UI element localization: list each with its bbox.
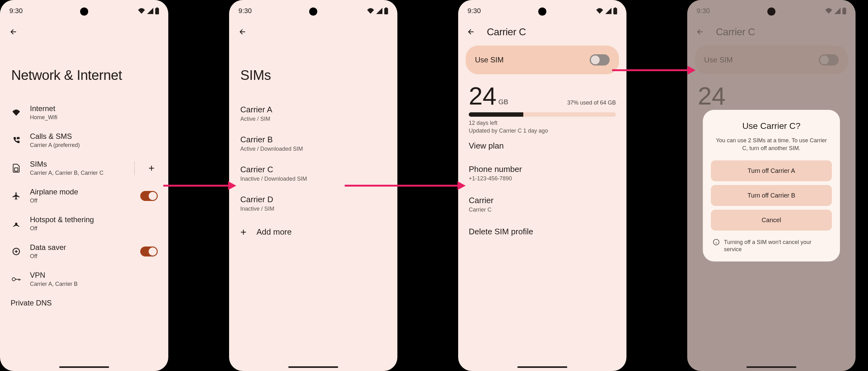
row-vpn[interactable]: VPN Carrier A, Carrier B [0,265,168,293]
flow-arrow-1 [163,185,229,187]
nav-bar[interactable] [288,366,338,368]
data-unit: GB [498,98,508,106]
add-more-sim[interactable]: Add more [229,219,397,246]
use-sim-pill: Use SIM [466,46,619,74]
detail-label: Carrier [469,196,616,205]
screen-network-internet: 9:30 Network & Internet Internet Home_Wi… [0,0,168,371]
row-airplane[interactable]: Airplane mode Off [0,182,168,210]
divider [134,161,135,175]
svg-rect-2 [14,168,18,171]
data-used-text: 37% used of 64 GB [567,100,616,106]
row-sub: Carrier A (preferred) [30,142,158,148]
row-label: Calls & SMS [30,132,158,141]
hotspot-icon [12,219,21,228]
row-data-saver[interactable]: Data saver Off [0,237,168,265]
battery-icon [613,7,617,15]
status-time: 9:30 [239,7,252,15]
info-icon [713,239,720,246]
svg-rect-0 [155,8,159,15]
signal-icon [147,8,153,14]
row-view-plan[interactable]: View plan [458,134,626,158]
data-saver-toggle[interactable] [140,247,158,256]
status-time: 9:30 [467,7,481,15]
sim-status: Inactive / SIM [240,206,386,212]
camera-punch [309,7,317,16]
cancel-button[interactable]: Cancel [711,210,832,231]
row-sub: Off [30,253,132,260]
detail-label: Phone number [469,165,616,174]
airplane-icon [12,192,21,200]
updated-text: Updated by Carrier C 1 day ago [469,127,616,134]
back-arrow-icon [10,28,18,36]
back-button[interactable] [6,24,21,39]
detail-label: Delete SIM profile [469,227,616,236]
flow-arrow-2 [345,185,458,187]
row-label: Internet [30,104,158,113]
turn-off-carrier-a-button[interactable]: Turn off Carrier A [711,161,832,181]
camera-punch [538,7,546,16]
flow-arrow-1-head [228,181,236,190]
back-arrow-icon [239,28,247,36]
phone-msg-icon [12,136,20,144]
row-sims[interactable]: SIMs Carrier A, Carrier B, Carrier C [0,154,168,182]
nav-bar[interactable] [517,366,567,368]
row-sub: Carrier A, Carrier B [30,281,158,287]
detail-value: Carrier C [469,206,616,213]
wifi-icon [367,8,374,14]
row-label: Private DNS [10,298,158,307]
row-sub: Off [30,225,158,232]
svg-point-5 [12,278,15,281]
row-sub: Home_Wifi [30,114,158,121]
screen-sim-detail-dialog: 9:30 Carrier C Use SIM 24 Use Carrier C?… [687,0,856,371]
turn-off-carrier-b-button[interactable]: Turn off Carrier B [711,185,832,206]
row-hotspot[interactable]: Hotspot & tethering Off [0,210,168,237]
use-sim-toggle[interactable] [590,54,610,65]
add-more-label: Add more [256,227,292,237]
row-label: Hotspot & tethering [30,215,158,224]
sim-name: Carrier B [240,135,386,144]
sim-status: Active / SIM [240,116,386,122]
data-amount: 24 [469,84,496,109]
add-sim-button[interactable] [145,162,158,174]
row-calls-sms[interactable]: Calls & SMS Carrier A (preferred) [0,126,168,154]
svg-rect-8 [613,8,617,15]
row-label: SIMs [30,160,126,169]
data-usage-block: 24 GB 37% used of 64 GB 12 days left Upd… [458,84,626,134]
detail-label: View plan [469,141,616,151]
sim-name: Carrier A [240,105,386,115]
detail-value: +1-123-456-7890 [469,175,616,182]
row-label: Data saver [30,243,132,252]
sim-row-carrier-c[interactable]: Carrier C Inactive / Downloaded SIM [229,159,397,189]
back-button[interactable] [235,24,250,39]
dialog-info: Turning off a SIM won't cancel your serv… [711,234,832,253]
row-delete-sim[interactable]: Delete SIM profile [458,220,626,244]
use-sim-label: Use SIM [475,56,504,64]
plus-icon [240,228,247,236]
back-arrow-icon [467,28,475,36]
page-title: Carrier C [487,26,526,38]
row-private-dns[interactable]: Private DNS [0,293,168,309]
screen-sim-detail: 9:30 Carrier C Use SIM 24 GB 37% used of… [458,0,626,371]
row-sub: Off [30,198,132,204]
sim-row-carrier-a[interactable]: Carrier A Active / SIM [229,98,397,129]
sim-row-carrier-b[interactable]: Carrier B Active / Downloaded SIM [229,129,397,159]
signal-icon [605,8,612,14]
svg-point-3 [16,223,17,224]
dialog-info-text: Turning off a SIM won't cancel your serv… [724,239,830,253]
row-label: VPN [30,271,158,280]
sim-status: Active / Downloaded SIM [240,146,386,152]
nav-bar[interactable] [746,366,796,368]
row-carrier[interactable]: Carrier Carrier C [458,189,626,220]
row-phone-number[interactable]: Phone number +1-123-456-7890 [458,158,626,189]
row-internet[interactable]: Internet Home_Wifi [0,98,168,126]
svg-rect-7 [385,7,387,8]
nav-bar[interactable] [59,366,109,368]
airplane-toggle[interactable] [140,191,158,201]
signal-icon [376,8,382,14]
status-time: 9:30 [9,7,23,15]
sim-name: Carrier D [240,195,386,204]
dialog-body: You can use 2 SIMs at a time. To use Car… [711,136,832,152]
back-button[interactable] [464,24,479,39]
sim-row-carrier-d[interactable]: Carrier D Inactive / SIM [229,189,397,219]
svg-rect-1 [156,7,158,8]
